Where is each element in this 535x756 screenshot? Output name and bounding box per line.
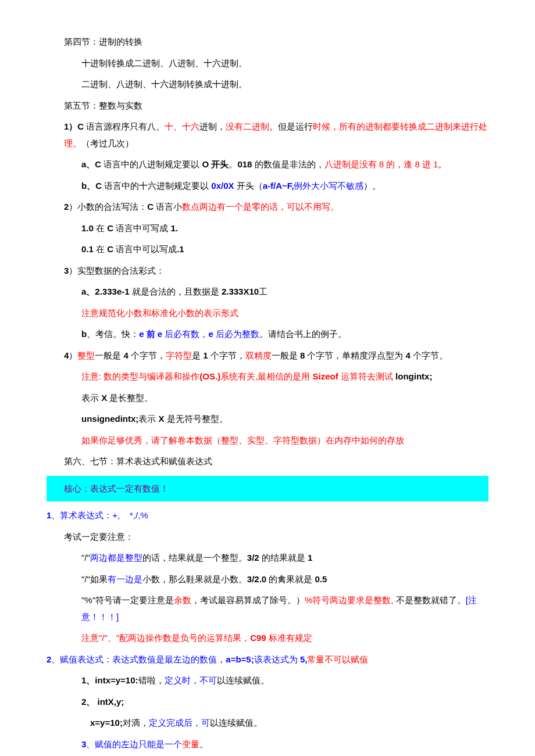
text: 语言中可以写成: [116, 244, 177, 254]
text: O 开头: [202, 159, 229, 169]
text: 1: [308, 553, 312, 562]
text-blue: e: [208, 329, 216, 339]
text: 3/2: [247, 553, 259, 562]
s5-x2: unsignedintx;表示 X 是无符号整型。: [47, 411, 488, 428]
text: （考过几次）: [81, 138, 134, 148]
text: 就是合法的，且数据是: [130, 286, 222, 296]
s5-point-3-note: 注意规范化小数和标准化小数的表示形式: [47, 305, 488, 322]
s5-note: 注意: 数的类型与编译器和操作(OS.)系统有关,最相信的是用 Sizeof 运…: [47, 368, 488, 385]
text: 的话，结果就是一个整型。: [142, 553, 247, 562]
text: 1.: [170, 223, 178, 233]
s5-point-3: 3）实型数据的合法彩式：: [47, 263, 488, 280]
arith-1: 1、算术表达式：+, *,/,%: [47, 507, 488, 524]
text: 语言源程序只有八、: [84, 121, 165, 131]
text: 1: [203, 350, 208, 360]
text-red: 余数: [174, 595, 191, 605]
text: 是长整型。: [107, 393, 153, 403]
text: longintx;: [395, 371, 432, 381]
text: "%": [81, 595, 95, 605]
text-blue: 后必有数，: [162, 329, 208, 339]
text: 1.0: [81, 223, 94, 233]
s5-point-4: 4）整型一般是 4 个字节，字符型是 1 个字节，双精度一般是 8 个字节，单精…: [47, 347, 488, 364]
text-blue: 5,: [300, 654, 308, 664]
text-red: 常量不可以赋值: [307, 654, 368, 664]
text: 个字节，: [129, 350, 166, 360]
text: a、2.333e-1: [81, 286, 130, 296]
s5-point-3c: b、考信。快：e 前 e 后必有数，e 后必为整数。请结合书上的例子。: [47, 326, 488, 343]
section-67-title: 第六、七节：算术表达式和赋值表达式: [47, 453, 488, 470]
text-red: 双精度: [245, 350, 272, 360]
text: unsignedintx;: [81, 414, 138, 424]
text-blue: a=b=5;: [226, 654, 254, 664]
text: 是无符号整型。: [165, 414, 228, 424]
assign-2-2a: 2、 intX,y;: [47, 694, 488, 711]
text: 在: [94, 244, 107, 254]
text: 对滴，: [123, 718, 149, 728]
text-blue: 、赋值表达式：表达式数值是最左边的数值，: [51, 654, 226, 664]
text: 个字节，: [208, 350, 245, 360]
text: X: [101, 393, 107, 403]
section-4-title: 第四节：进制的转换: [47, 34, 488, 51]
s5-point-1a: a、C 语言中的八进制规定要以 O 开头。018 的数值是非法的，八进制是没有 …: [47, 156, 488, 173]
text-red: (OS.): [199, 371, 220, 381]
arith-l1: "/"两边都是整型的话，结果就是一个整型。3/2 的结果就是 1: [47, 550, 488, 567]
text: b: [81, 329, 87, 339]
text-blue: a-f/A~F,: [263, 181, 294, 191]
text-blue: 两边都是整型: [90, 553, 142, 562]
text: 语言中的八进制规定要以: [101, 159, 202, 169]
text: 。: [229, 159, 237, 169]
text-red: 注意:: [81, 371, 104, 381]
text-red: 系统有关,最相信的是用: [220, 371, 312, 381]
text: ）: [69, 350, 77, 360]
text: "/": [81, 574, 90, 584]
text: 如果: [90, 574, 108, 584]
text: 表示: [81, 393, 101, 403]
text: 工: [259, 286, 268, 296]
text: X: [159, 414, 165, 424]
text: 语言中可写成: [116, 223, 170, 233]
s5-point-2: 2）小数的合法写法：C 语言小数点两边有一个是零的话，可以不用写。: [47, 199, 488, 216]
text: "/": [81, 553, 90, 562]
text-red: C99: [250, 633, 269, 643]
assign-2: 2、赋值表达式：表达式数值是最左边的数值，a=b=5;该表达式为 5,常量不可以…: [47, 651, 488, 668]
text-blue: 有一边是: [108, 574, 142, 584]
text: 个字节。: [411, 350, 448, 360]
text-red: 十、十六: [165, 121, 199, 131]
text: 8: [300, 350, 305, 360]
s5-point-2a: 1.0 在 C 语言中可写成 1.: [47, 220, 488, 237]
text: 开头（: [234, 181, 263, 191]
text: 错啦，: [138, 675, 165, 685]
text: 的禽果就是: [266, 574, 315, 584]
text-red: Sizeof: [313, 371, 338, 381]
text-red: 没有二进制: [226, 121, 269, 131]
text: 018: [237, 159, 252, 169]
text: 的结果就是: [259, 553, 308, 562]
s4-line-2: 二进制、八进制、十六进制转换成十进制。: [47, 76, 488, 93]
text: 。: [438, 159, 447, 169]
text-blue: *,/,%: [130, 510, 148, 520]
text: 。但是运行: [269, 121, 313, 131]
text: 、考信。快：: [87, 329, 139, 339]
text-blue: 定义时，不可: [165, 675, 217, 685]
text: ）实型数据的合法彩式：: [69, 266, 165, 275]
text: 是: [192, 350, 203, 360]
text-red: 标准有规定: [269, 633, 312, 643]
text: C: [147, 202, 156, 212]
arith-l3: "%"符号请一定要注意是余数，考试最容易算成了除号。）%符号两边要求是整数, 不…: [47, 592, 488, 625]
arith-l2: "/"如果有一边是小数，那么鞋果就是小数。3/2.0 的禽果就是 0.5: [47, 571, 488, 588]
text: 4: [406, 350, 411, 360]
s5-point-3a: a、2.333e-1 就是合法的，且数据是 2.333X10工: [47, 284, 488, 300]
text: 4: [124, 350, 129, 360]
s5-x1: 表示 X 是长整型。: [47, 390, 488, 407]
text: 在: [94, 223, 107, 233]
text-blue: 。: [199, 739, 208, 749]
s5-point-2b: 0.1 在 C 语言中可以写成.1: [47, 241, 488, 258]
text: C: [107, 244, 116, 254]
text-red: 数的类型与编译器和操作: [104, 371, 199, 381]
text: 1、intx=y=10:: [81, 675, 138, 685]
text: ，考试最容易算成了除号。）: [191, 595, 305, 605]
text-blue: e 前 e: [139, 329, 162, 339]
text-red: 字符型: [166, 350, 192, 360]
assign-2-2b: x=y=10;对滴，定义完成后，可以连续赋值。: [47, 715, 488, 732]
text: 进制，: [199, 121, 226, 131]
